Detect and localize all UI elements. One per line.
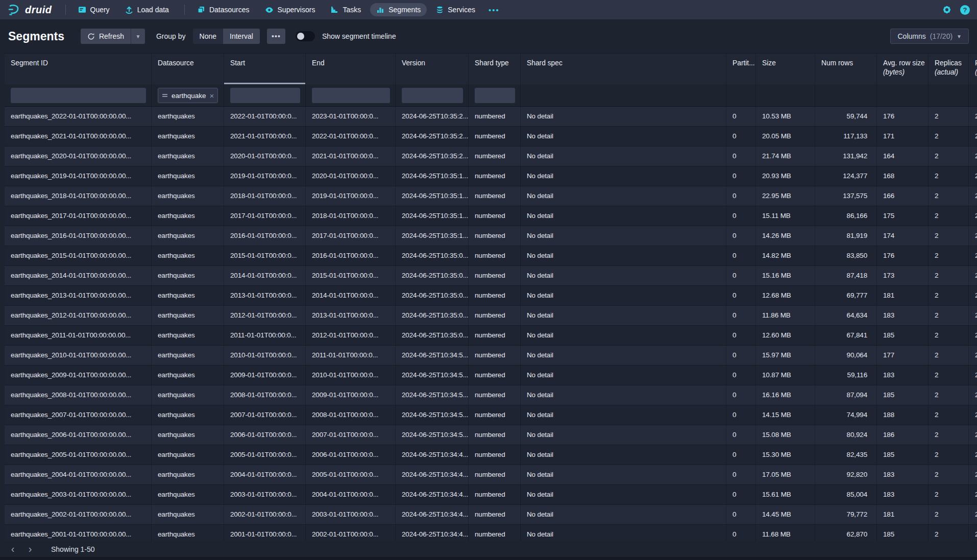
column-header-label: Shard spec — [527, 59, 723, 68]
column-header-num-rows[interactable]: Num rows — [815, 54, 877, 84]
column-header-replicas[interactable]: Replicas(actual) — [929, 54, 969, 84]
shard-spec-cell: No detail — [521, 525, 726, 541]
table-row: earthquakes_2014-01-01T00:00:00.00...ear… — [5, 266, 977, 286]
filter-input-shard-type[interactable] — [475, 88, 515, 103]
avg-row-size-cell: 173 — [877, 266, 929, 285]
column-header-label: Version — [402, 59, 465, 68]
group-by-interval-button[interactable]: Interval — [223, 29, 260, 44]
druid-console: druid QueryLoad dataDatasourcesSuperviso… — [0, 0, 977, 560]
shard-type-cell: numbered — [469, 405, 521, 425]
segment-id-cell[interactable]: earthquakes_2014-01-01T00:00:00.00... — [5, 266, 152, 285]
nav-item-label: Segments — [388, 6, 421, 14]
replicas-cell: 2 — [929, 246, 969, 265]
segment-id-cell[interactable]: earthquakes_2008-01-01T00:00:00.00... — [5, 385, 152, 405]
shard-spec-cell: No detail — [521, 166, 726, 186]
table-row: earthquakes_2017-01-01T00:00:00.00...ear… — [5, 206, 977, 226]
segment-id-cell[interactable]: earthquakes_2010-01-01T00:00:00.00... — [5, 346, 152, 365]
segment-id-cell[interactable]: earthquakes_2016-01-01T00:00:00.00... — [5, 226, 152, 246]
druid-logo[interactable]: druid — [7, 3, 52, 16]
nav-item-datasources[interactable]: Datasources — [191, 3, 256, 16]
version-cell: 2024-06-25T10:35:1... — [396, 206, 469, 226]
next-page-button[interactable]: › — [22, 542, 38, 556]
segment-timeline-toggle[interactable] — [296, 31, 315, 41]
replication-factor-cell: 2 — [969, 465, 977, 484]
help-icon[interactable]: ? — [960, 5, 970, 15]
nav-more-button[interactable]: ••• — [484, 4, 504, 16]
avg-row-size-cell: 183 — [877, 465, 929, 484]
segment-id-cell[interactable]: earthquakes_2015-01-01T00:00:00.00... — [5, 246, 152, 265]
refresh-dropdown-button[interactable]: ▼ — [131, 29, 145, 44]
partition-cell: 0 — [726, 186, 756, 206]
refresh-button[interactable]: Refresh — [81, 29, 131, 44]
replicas-cell: 2 — [929, 366, 969, 385]
nav-item-supervisors[interactable]: Supervisors — [259, 3, 322, 17]
segment-id-cell[interactable]: earthquakes_2009-01-01T00:00:00.00... — [5, 366, 152, 385]
column-header-shard-type[interactable]: Shard type — [469, 54, 521, 84]
segment-id-cell[interactable]: earthquakes_2013-01-01T00:00:00.00... — [5, 286, 152, 305]
num-rows-cell: 62,870 — [815, 525, 877, 541]
filter-input-segment-id[interactable] — [11, 88, 146, 103]
segment-id-cell[interactable]: earthquakes_2018-01-01T00:00:00.00... — [5, 186, 152, 206]
column-header-datasource[interactable]: Datasource — [152, 54, 224, 84]
chevron-down-icon: ▼ — [957, 34, 962, 39]
partition-cell: 0 — [726, 465, 756, 484]
segment-id-cell[interactable]: earthquakes_2007-01-01T00:00:00.00... — [5, 405, 152, 425]
column-header-shard-spec[interactable]: Shard spec — [521, 54, 726, 84]
columns-button[interactable]: Columns (17/20) ▼ — [890, 29, 969, 44]
segment-id-cell[interactable]: earthquakes_2002-01-01T00:00:00.00... — [5, 505, 152, 524]
filter-chip-label: earthquake — [172, 92, 206, 100]
segment-id-cell[interactable]: earthquakes_2021-01-01T00:00:00.00... — [5, 127, 152, 146]
column-header-size[interactable]: Size — [756, 54, 815, 84]
gear-icon[interactable] — [942, 5, 952, 15]
shard-type-cell: numbered — [469, 166, 521, 186]
prev-page-button[interactable]: ‹ — [5, 542, 20, 556]
column-header-end[interactable]: End — [306, 54, 396, 84]
header-more-button[interactable]: ••• — [267, 29, 285, 44]
segment-id-cell[interactable]: earthquakes_2005-01-01T00:00:00.00... — [5, 445, 152, 465]
end-cell: 2012-01-01T00:00:0... — [306, 326, 396, 345]
segment-id-cell[interactable]: earthquakes_2017-01-01T00:00:00.00... — [5, 206, 152, 226]
shard-spec-cell: No detail — [521, 147, 726, 166]
column-header-avg-row-size[interactable]: Avg. row size(bytes) — [877, 54, 929, 84]
start-cell: 2016-01-01T00:00:0... — [224, 226, 306, 246]
nav-item-services[interactable]: Services — [430, 3, 481, 16]
replicas-cell: 2 — [929, 425, 969, 445]
group-by-none-button[interactable]: None — [193, 29, 223, 44]
shard-spec-cell: No detail — [521, 127, 726, 146]
datasource-cell: earthquakes — [152, 127, 224, 146]
replication-factor-cell: 2 — [969, 306, 977, 325]
column-header-start[interactable]: Start — [224, 54, 306, 84]
segment-id-cell[interactable]: earthquakes_2012-01-01T00:00:00.00... — [5, 306, 152, 325]
nav-item-load-data[interactable]: Load data — [119, 3, 175, 16]
replicas-cell: 2 — [929, 346, 969, 365]
num-rows-cell: 87,094 — [815, 385, 877, 405]
end-cell: 2015-01-01T00:00:0... — [306, 266, 396, 285]
nav-item-segments[interactable]: Segments — [370, 3, 427, 16]
segment-id-cell[interactable]: earthquakes_2011-01-01T00:00:00.00... — [5, 326, 152, 345]
replication-factor-cell: 2 — [969, 166, 977, 186]
segment-id-cell[interactable]: earthquakes_2004-01-01T00:00:00.00... — [5, 465, 152, 484]
nav-item-query[interactable]: Query — [72, 3, 116, 16]
segment-id-cell[interactable]: earthquakes_2020-01-01T00:00:00.00... — [5, 147, 152, 166]
nav-item-tasks[interactable]: Tasks — [324, 3, 367, 16]
filter-input-start[interactable] — [230, 88, 300, 103]
segment-id-cell[interactable]: earthquakes_2003-01-01T00:00:00.00... — [5, 485, 152, 504]
refresh-split-button: Refresh ▼ — [81, 29, 145, 44]
table-row: earthquakes_2013-01-01T00:00:00.00...ear… — [5, 286, 977, 306]
num-rows-cell: 79,772 — [815, 505, 877, 524]
replication-factor-cell: 2 — [969, 346, 977, 365]
segment-id-cell[interactable]: earthquakes_2019-01-01T00:00:00.00... — [5, 166, 152, 186]
column-header-label: Partit... — [732, 59, 752, 68]
remove-filter-icon[interactable]: × — [210, 92, 214, 100]
filter-input-end[interactable] — [312, 88, 390, 103]
segment-id-cell[interactable]: earthquakes_2001-01-01T00:00:00.00... — [5, 525, 152, 541]
column-header-replication-factor[interactable]: Replication factor(configured) — [969, 54, 977, 84]
segment-id-cell[interactable]: earthquakes_2022-01-01T00:00:00.00... — [5, 107, 152, 126]
datasource-filter-chip[interactable]: earthquake× — [158, 88, 218, 103]
filter-input-version[interactable] — [402, 88, 463, 103]
segment-id-cell[interactable]: earthquakes_2006-01-01T00:00:00.00... — [5, 425, 152, 445]
table-row: earthquakes_2006-01-01T00:00:00.00...ear… — [5, 425, 977, 445]
column-header-partit[interactable]: Partit... — [726, 54, 756, 84]
column-header-segment-id[interactable]: Segment ID — [5, 54, 152, 84]
column-header-version[interactable]: Version — [396, 54, 469, 84]
